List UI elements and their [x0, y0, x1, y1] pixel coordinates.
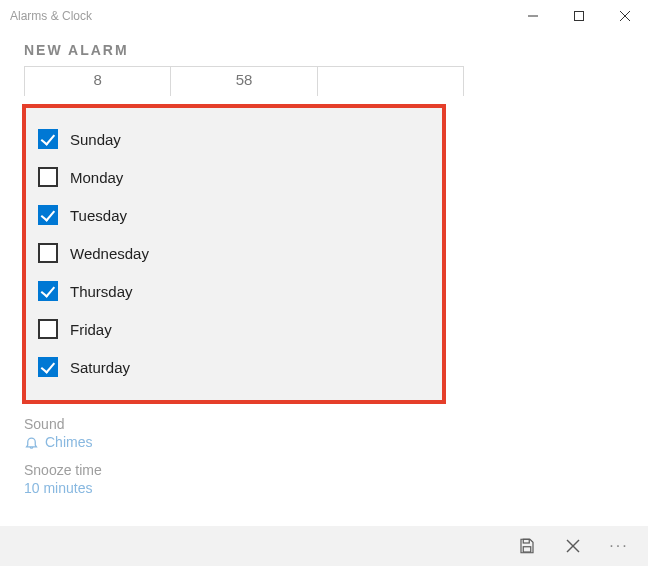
day-checkbox[interactable]	[38, 319, 58, 339]
day-checkbox[interactable]	[38, 281, 58, 301]
sound-section: Sound Chimes	[24, 416, 648, 450]
day-checkbox[interactable]	[38, 167, 58, 187]
time-ampm[interactable]	[317, 67, 463, 96]
bell-icon	[24, 435, 39, 450]
more-icon: ···	[609, 537, 628, 555]
snooze-value: 10 minutes	[24, 480, 92, 496]
window-controls	[510, 0, 648, 32]
command-bar: ···	[0, 526, 648, 566]
minimize-icon	[528, 11, 538, 21]
day-label: Saturday	[70, 359, 130, 376]
snooze-section: Snooze time 10 minutes	[24, 462, 648, 496]
time-hour[interactable]: 8	[25, 67, 170, 96]
save-icon	[518, 537, 536, 555]
day-row[interactable]: Saturday	[38, 348, 430, 386]
day-row[interactable]: Wednesday	[38, 234, 430, 272]
sound-value-row[interactable]: Chimes	[24, 434, 648, 450]
title-bar: Alarms & Clock	[0, 0, 648, 32]
cancel-button[interactable]	[550, 526, 596, 566]
snooze-value-row[interactable]: 10 minutes	[24, 480, 648, 496]
close-icon	[620, 11, 630, 21]
day-row[interactable]: Thursday	[38, 272, 430, 310]
more-button[interactable]: ···	[596, 526, 642, 566]
svg-rect-4	[523, 539, 529, 543]
day-checkbox[interactable]	[38, 205, 58, 225]
close-button[interactable]	[602, 0, 648, 32]
snooze-label: Snooze time	[24, 462, 648, 478]
day-row[interactable]: Monday	[38, 158, 430, 196]
day-row[interactable]: Tuesday	[38, 196, 430, 234]
day-row[interactable]: Sunday	[38, 120, 430, 158]
day-label: Friday	[70, 321, 112, 338]
day-label: Sunday	[70, 131, 121, 148]
maximize-icon	[574, 11, 584, 21]
day-checkbox[interactable]	[38, 357, 58, 377]
day-checkbox[interactable]	[38, 243, 58, 263]
day-label: Monday	[70, 169, 123, 186]
svg-rect-1	[575, 12, 584, 21]
day-row[interactable]: Friday	[38, 310, 430, 348]
sound-label: Sound	[24, 416, 648, 432]
save-button[interactable]	[504, 526, 550, 566]
sound-value: Chimes	[45, 434, 92, 450]
day-label: Wednesday	[70, 245, 149, 262]
day-label: Thursday	[70, 283, 133, 300]
time-picker[interactable]: 8 58	[24, 66, 464, 96]
minimize-button[interactable]	[510, 0, 556, 32]
repeat-days-panel: SundayMondayTuesdayWednesdayThursdayFrid…	[22, 104, 446, 404]
svg-rect-5	[523, 547, 531, 552]
window-title: Alarms & Clock	[10, 9, 510, 23]
day-checkbox[interactable]	[38, 129, 58, 149]
time-minute[interactable]: 58	[170, 67, 316, 96]
cancel-icon	[566, 539, 580, 553]
page-title: NEW ALARM	[0, 32, 648, 66]
maximize-button[interactable]	[556, 0, 602, 32]
day-label: Tuesday	[70, 207, 127, 224]
